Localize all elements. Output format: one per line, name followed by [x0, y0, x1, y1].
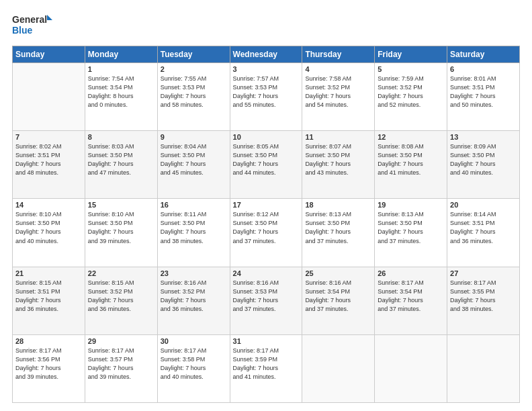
day-number: 20 — [450, 201, 517, 209]
calendar-week-1: 1Sunrise: 7:54 AM Sunset: 3:54 PM Daylig… — [13, 63, 520, 131]
calendar-cell: 3Sunrise: 7:57 AM Sunset: 3:53 PM Daylig… — [230, 63, 302, 131]
day-number: 29 — [88, 337, 154, 345]
day-number: 9 — [161, 133, 227, 141]
day-info: Sunrise: 8:17 AM Sunset: 3:58 PM Dayligh… — [161, 347, 227, 381]
calendar-cell: 29Sunrise: 8:17 AM Sunset: 3:57 PM Dayli… — [85, 334, 157, 402]
day-number: 4 — [305, 65, 371, 73]
calendar-cell: 23Sunrise: 8:16 AM Sunset: 3:52 PM Dayli… — [157, 267, 230, 334]
calendar-week-4: 21Sunrise: 8:15 AM Sunset: 3:51 PM Dayli… — [13, 267, 520, 334]
calendar-cell: 27Sunrise: 8:17 AM Sunset: 3:55 PM Dayli… — [447, 267, 520, 334]
day-number: 16 — [161, 201, 227, 209]
calendar-cell: 13Sunrise: 8:09 AM Sunset: 3:50 PM Dayli… — [447, 131, 520, 199]
calendar-table: SundayMondayTuesdayWednesdayThursdayFrid… — [12, 46, 520, 403]
day-number: 19 — [378, 201, 444, 209]
day-number: 21 — [15, 269, 82, 277]
day-number: 7 — [15, 133, 82, 141]
calendar-cell — [13, 63, 85, 131]
day-number: 18 — [305, 201, 371, 209]
calendar-header-thursday: Thursday — [302, 46, 375, 63]
day-number: 10 — [233, 133, 300, 141]
day-info: Sunrise: 8:09 AM Sunset: 3:50 PM Dayligh… — [450, 142, 517, 177]
calendar-header-saturday: Saturday — [447, 46, 520, 63]
calendar-cell: 6Sunrise: 8:01 AM Sunset: 3:51 PM Daylig… — [447, 63, 520, 131]
day-number: 6 — [450, 65, 517, 73]
calendar-cell: 22Sunrise: 8:15 AM Sunset: 3:52 PM Dayli… — [85, 267, 157, 334]
day-number: 15 — [88, 201, 154, 209]
day-number: 31 — [233, 337, 300, 345]
day-info: Sunrise: 8:04 AM Sunset: 3:50 PM Dayligh… — [161, 142, 227, 177]
day-info: Sunrise: 8:05 AM Sunset: 3:50 PM Dayligh… — [233, 142, 300, 177]
calendar-cell: 4Sunrise: 7:58 AM Sunset: 3:52 PM Daylig… — [302, 63, 375, 131]
calendar-cell: 19Sunrise: 8:13 AM Sunset: 3:50 PM Dayli… — [375, 199, 447, 267]
day-info: Sunrise: 7:58 AM Sunset: 3:52 PM Dayligh… — [305, 75, 371, 109]
day-number: 14 — [15, 201, 82, 209]
calendar-week-3: 14Sunrise: 8:10 AM Sunset: 3:50 PM Dayli… — [13, 199, 520, 267]
day-info: Sunrise: 8:01 AM Sunset: 3:51 PM Dayligh… — [450, 75, 517, 109]
calendar-cell: 20Sunrise: 8:14 AM Sunset: 3:51 PM Dayli… — [447, 199, 520, 267]
page-header: General Blue — [12, 12, 520, 40]
calendar-cell — [302, 334, 375, 402]
day-info: Sunrise: 8:17 AM Sunset: 3:57 PM Dayligh… — [88, 347, 154, 381]
calendar-cell: 1Sunrise: 7:54 AM Sunset: 3:54 PM Daylig… — [85, 63, 157, 131]
day-info: Sunrise: 7:55 AM Sunset: 3:53 PM Dayligh… — [161, 75, 227, 109]
day-info: Sunrise: 8:15 AM Sunset: 3:52 PM Dayligh… — [88, 279, 154, 314]
calendar-cell: 10Sunrise: 8:05 AM Sunset: 3:50 PM Dayli… — [230, 131, 302, 199]
calendar-cell: 11Sunrise: 8:07 AM Sunset: 3:50 PM Dayli… — [302, 131, 375, 199]
calendar-header-wednesday: Wednesday — [230, 46, 302, 63]
calendar-header-sunday: Sunday — [13, 46, 85, 63]
day-info: Sunrise: 8:17 AM Sunset: 3:56 PM Dayligh… — [15, 347, 82, 381]
day-number: 12 — [378, 133, 444, 141]
calendar-cell: 25Sunrise: 8:16 AM Sunset: 3:54 PM Dayli… — [302, 267, 375, 334]
calendar-cell: 2Sunrise: 7:55 AM Sunset: 3:53 PM Daylig… — [157, 63, 230, 131]
calendar-cell: 15Sunrise: 8:10 AM Sunset: 3:50 PM Dayli… — [85, 199, 157, 267]
day-number: 23 — [161, 269, 227, 277]
calendar-cell: 12Sunrise: 8:08 AM Sunset: 3:50 PM Dayli… — [375, 131, 447, 199]
day-info: Sunrise: 8:11 AM Sunset: 3:50 PM Dayligh… — [161, 210, 227, 245]
calendar-cell: 21Sunrise: 8:15 AM Sunset: 3:51 PM Dayli… — [13, 267, 85, 334]
calendar-cell: 14Sunrise: 8:10 AM Sunset: 3:50 PM Dayli… — [13, 199, 85, 267]
day-info: Sunrise: 8:10 AM Sunset: 3:50 PM Dayligh… — [15, 210, 82, 245]
svg-text:General: General — [12, 14, 47, 25]
day-info: Sunrise: 8:15 AM Sunset: 3:51 PM Dayligh… — [15, 279, 82, 314]
day-info: Sunrise: 8:16 AM Sunset: 3:54 PM Dayligh… — [305, 279, 371, 314]
calendar-header-row: SundayMondayTuesdayWednesdayThursdayFrid… — [13, 46, 520, 63]
calendar-cell: 28Sunrise: 8:17 AM Sunset: 3:56 PM Dayli… — [13, 334, 85, 402]
calendar-cell: 26Sunrise: 8:17 AM Sunset: 3:54 PM Dayli… — [375, 267, 447, 334]
day-info: Sunrise: 7:57 AM Sunset: 3:53 PM Dayligh… — [233, 75, 300, 109]
day-info: Sunrise: 8:13 AM Sunset: 3:50 PM Dayligh… — [305, 210, 371, 245]
calendar-cell: 17Sunrise: 8:12 AM Sunset: 3:50 PM Dayli… — [230, 199, 302, 267]
day-number: 13 — [450, 133, 517, 141]
day-info: Sunrise: 8:14 AM Sunset: 3:51 PM Dayligh… — [450, 210, 517, 245]
calendar-cell: 30Sunrise: 8:17 AM Sunset: 3:58 PM Dayli… — [157, 334, 230, 402]
logo: General Blue — [12, 12, 52, 40]
day-number: 22 — [88, 269, 154, 277]
day-number: 2 — [161, 65, 227, 73]
calendar-cell — [447, 334, 520, 402]
day-info: Sunrise: 8:17 AM Sunset: 3:54 PM Dayligh… — [378, 279, 444, 314]
day-number: 27 — [450, 269, 517, 277]
calendar-cell: 7Sunrise: 8:02 AM Sunset: 3:51 PM Daylig… — [13, 131, 85, 199]
day-info: Sunrise: 8:03 AM Sunset: 3:50 PM Dayligh… — [88, 142, 154, 177]
day-number: 5 — [378, 65, 444, 73]
day-info: Sunrise: 7:54 AM Sunset: 3:54 PM Dayligh… — [88, 75, 154, 109]
day-info: Sunrise: 8:13 AM Sunset: 3:50 PM Dayligh… — [378, 210, 444, 245]
calendar-header-tuesday: Tuesday — [157, 46, 230, 63]
calendar-cell: 8Sunrise: 8:03 AM Sunset: 3:50 PM Daylig… — [85, 131, 157, 199]
calendar-cell: 31Sunrise: 8:17 AM Sunset: 3:59 PM Dayli… — [230, 334, 302, 402]
day-info: Sunrise: 8:12 AM Sunset: 3:50 PM Dayligh… — [233, 210, 300, 245]
day-number: 1 — [88, 65, 154, 73]
day-number: 24 — [233, 269, 300, 277]
day-number: 17 — [233, 201, 300, 209]
day-info: Sunrise: 8:16 AM Sunset: 3:53 PM Dayligh… — [233, 279, 300, 314]
day-info: Sunrise: 8:07 AM Sunset: 3:50 PM Dayligh… — [305, 142, 371, 177]
day-number: 11 — [305, 133, 371, 141]
day-number: 3 — [233, 65, 300, 73]
day-info: Sunrise: 8:17 AM Sunset: 3:55 PM Dayligh… — [450, 279, 517, 314]
logo-svg: General Blue — [12, 12, 52, 40]
day-info: Sunrise: 8:16 AM Sunset: 3:52 PM Dayligh… — [161, 279, 227, 314]
svg-marker-2 — [47, 15, 52, 20]
day-info: Sunrise: 7:59 AM Sunset: 3:52 PM Dayligh… — [378, 75, 444, 109]
day-number: 25 — [305, 269, 371, 277]
calendar-cell: 18Sunrise: 8:13 AM Sunset: 3:50 PM Dayli… — [302, 199, 375, 267]
calendar-week-2: 7Sunrise: 8:02 AM Sunset: 3:51 PM Daylig… — [13, 131, 520, 199]
